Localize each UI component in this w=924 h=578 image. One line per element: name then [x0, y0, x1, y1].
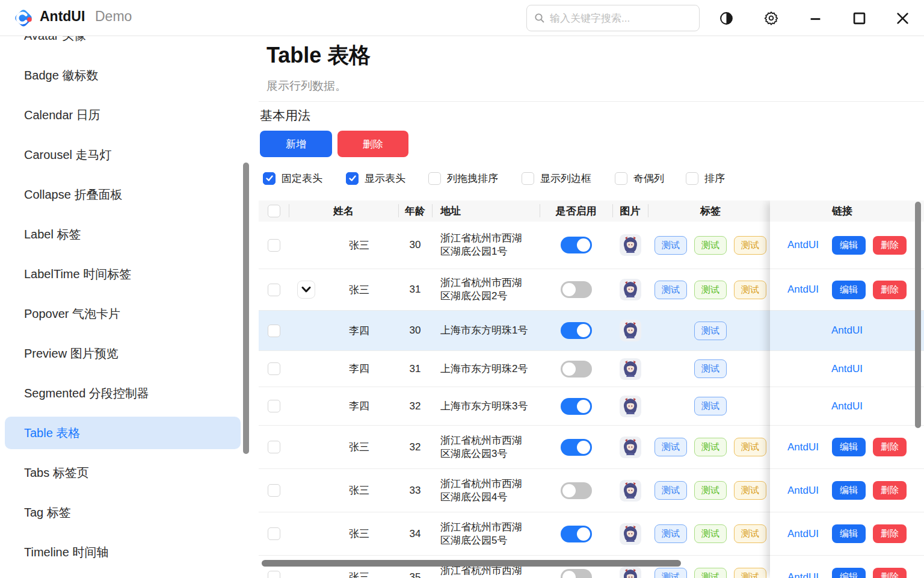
avatar[interactable]: [620, 234, 641, 256]
edit-button[interactable]: 编辑: [832, 568, 866, 578]
sidebar-scrollbar-thumb[interactable]: [243, 163, 249, 454]
row-checkbox[interactable]: [268, 284, 280, 296]
avatar[interactable]: [620, 437, 641, 458]
option-checkbox-0[interactable]: 固定表头: [263, 171, 322, 185]
enabled-toggle[interactable]: [561, 322, 592, 339]
app-title-suffix: Demo: [95, 8, 132, 25]
enabled-toggle[interactable]: [561, 398, 592, 415]
enabled-toggle[interactable]: [561, 439, 592, 456]
delete-row-button[interactable]: 删除: [873, 236, 907, 255]
sidebar-item-preview[interactable]: Preview 图片预览: [5, 337, 241, 370]
row-checkbox[interactable]: [268, 441, 280, 453]
sidebar-item-popover[interactable]: Popover 气泡卡片: [5, 297, 241, 330]
avatar[interactable]: [620, 358, 641, 380]
app-logo-icon: [12, 7, 35, 32]
avatar[interactable]: [620, 279, 641, 300]
search-input[interactable]: 输入关键字搜索...: [526, 5, 700, 31]
delete-row-button[interactable]: 删除: [873, 438, 907, 456]
avatar[interactable]: [620, 396, 641, 417]
option-checkbox-5[interactable]: 排序: [686, 171, 725, 185]
cell-age: 31: [398, 269, 432, 310]
antdui-link[interactable]: AntdUI: [831, 325, 863, 337]
sidebar-item-collapse[interactable]: Collapse 折叠面板: [5, 178, 241, 211]
delete-row-button[interactable]: 删除: [873, 481, 907, 500]
sidebar-item-tabs[interactable]: Tabs 标签页: [5, 456, 241, 489]
antdui-link[interactable]: AntdUI: [831, 363, 863, 375]
edit-button[interactable]: 编辑: [832, 281, 866, 299]
antdui-link[interactable]: AntdUI: [787, 571, 819, 578]
option-checkbox-4[interactable]: 奇偶列: [615, 171, 664, 185]
cell-address: 浙江省杭州市西湖区湖底公园4号: [432, 469, 540, 512]
enabled-toggle[interactable]: [561, 569, 592, 578]
fixed-links-cell: AntdUI编辑删除: [770, 426, 924, 469]
fixed-links-cell: AntdUI: [770, 351, 924, 387]
avatar[interactable]: [620, 567, 641, 578]
avatar[interactable]: [620, 320, 641, 341]
row-checkbox[interactable]: [268, 239, 280, 252]
antdui-link[interactable]: AntdUI: [787, 239, 819, 251]
toggle-knob: [577, 324, 590, 337]
antdui-link[interactable]: AntdUI: [787, 485, 819, 497]
row-checkbox[interactable]: [268, 400, 280, 412]
avatar[interactable]: [620, 480, 641, 502]
row-checkbox[interactable]: [268, 362, 280, 375]
checkbox-icon[interactable]: [686, 172, 698, 185]
checkbox-checked-icon[interactable]: [263, 172, 276, 185]
toggle-knob: [562, 571, 576, 578]
enabled-toggle[interactable]: [561, 237, 592, 253]
sidebar-item-calendar[interactable]: Calendar 日历: [5, 99, 241, 131]
checkbox-icon[interactable]: [522, 172, 534, 185]
minimize-icon[interactable]: [804, 0, 827, 36]
sidebar-item-tag[interactable]: Tag 标签: [5, 496, 241, 529]
delete-button[interactable]: 删除: [337, 131, 408, 157]
sidebar-item-labeltime[interactable]: LabelTime 时间标签: [5, 258, 241, 290]
tag-gold: 测试: [734, 236, 766, 255]
edit-button[interactable]: 编辑: [832, 481, 866, 500]
sidebar-item-carousel[interactable]: Carousel 走马灯: [5, 138, 241, 171]
antdui-link[interactable]: AntdUI: [787, 284, 819, 296]
horizontal-scrollbar-thumb[interactable]: [262, 560, 681, 567]
enabled-toggle[interactable]: [561, 361, 592, 378]
checkbox-icon[interactable]: [615, 172, 627, 185]
maximize-icon[interactable]: [848, 0, 870, 36]
settings-gear-icon[interactable]: [760, 0, 783, 36]
theme-toggle-icon[interactable]: [715, 0, 738, 36]
sidebar-item-avatar[interactable]: Avatar 头像: [5, 36, 241, 52]
checkbox-checked-icon[interactable]: [346, 172, 359, 185]
cell-age: 30: [398, 222, 432, 269]
option-checkbox-3[interactable]: 显示列边框: [522, 171, 591, 185]
row-checkbox[interactable]: [268, 484, 280, 497]
delete-row-button[interactable]: 删除: [873, 281, 907, 299]
option-checkbox-2[interactable]: 列拖拽排序: [428, 171, 498, 185]
expand-row-chevron-down-icon[interactable]: [297, 281, 315, 299]
antdui-link[interactable]: AntdUI: [787, 528, 819, 540]
close-icon[interactable]: [891, 0, 914, 36]
option-checkbox-1[interactable]: 显示表头: [346, 171, 405, 185]
antdui-link[interactable]: AntdUI: [831, 400, 863, 412]
tag-blue: 测试: [694, 322, 727, 340]
delete-row-button[interactable]: 删除: [873, 568, 907, 578]
checkbox-icon[interactable]: [428, 172, 441, 185]
sidebar-item-timeline[interactable]: Timeline 时间轴: [5, 536, 241, 568]
tag-gold: 测试: [734, 481, 766, 500]
edit-button[interactable]: 编辑: [832, 524, 866, 543]
tag-gold: 测试: [734, 568, 766, 578]
toggle-knob: [562, 283, 576, 296]
sidebar-item-table[interactable]: Table 表格: [5, 417, 241, 449]
row-checkbox[interactable]: [268, 571, 280, 578]
enabled-toggle[interactable]: [561, 482, 592, 499]
edit-button[interactable]: 编辑: [832, 236, 866, 255]
row-checkbox[interactable]: [268, 325, 280, 337]
delete-row-button[interactable]: 删除: [873, 524, 907, 543]
add-button[interactable]: 新增: [260, 131, 332, 157]
enabled-toggle[interactable]: [561, 526, 592, 542]
sidebar-item-segmented[interactable]: Segmented 分段控制器: [5, 377, 241, 409]
edit-button[interactable]: 编辑: [832, 438, 866, 456]
vertical-scrollbar-thumb[interactable]: [915, 202, 921, 428]
row-checkbox[interactable]: [268, 527, 280, 540]
antdui-link[interactable]: AntdUI: [787, 441, 819, 453]
enabled-toggle[interactable]: [561, 281, 592, 298]
avatar[interactable]: [620, 523, 641, 545]
sidebar-item-badge[interactable]: Badge 徽标数: [5, 59, 241, 92]
sidebar-item-label[interactable]: Label 标签: [5, 218, 241, 250]
